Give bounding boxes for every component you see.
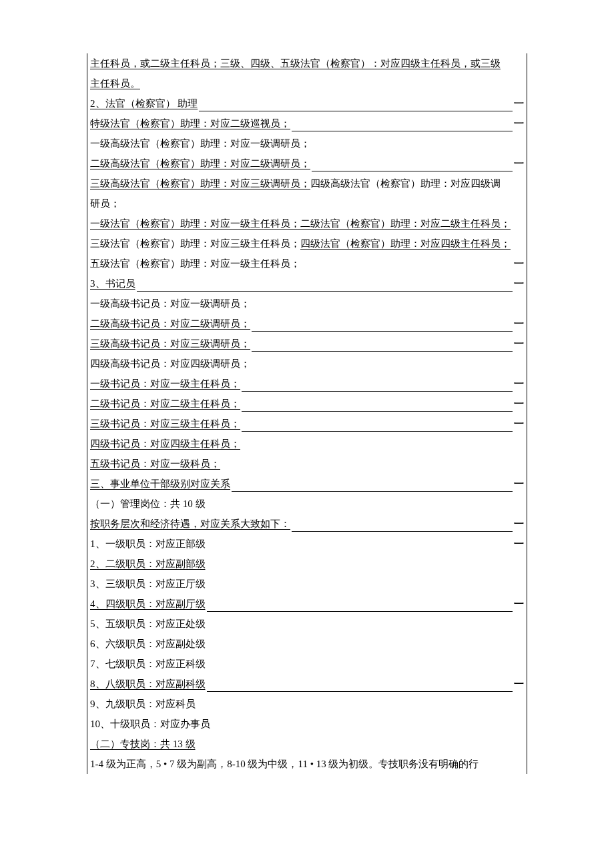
text-line: 一级书记员：对应一级主任科员；一	[90, 374, 524, 394]
line-text-suffix: 四级法官（检察官）助理：对应四级主任科员；	[300, 238, 511, 249]
text-line: 五级法官（检察官）助理：对应一级主任科员；一	[90, 254, 524, 274]
text-line: 按职务层次和经济待遇，对应关系大致如下：一	[90, 514, 524, 534]
text-line: 9、九级职员：对应科员	[90, 694, 524, 714]
line-text: 1、一级职员：对应正部级	[90, 534, 206, 554]
content-cell: 主任科员，或二级主任科员；三级、四级、五级法官（检察官）：对应四级主任科员，或三…	[87, 53, 527, 774]
text-line: （一）管理岗位：共 10 级	[90, 494, 524, 514]
text-line: 四级高级书记员：对应四级调研员；	[90, 354, 524, 374]
underline-fill	[312, 171, 513, 171]
text-line: 三级法官（检察官）助理：对应三级主任科员；四级法官（检察官）助理：对应四级主任科…	[90, 234, 524, 254]
underline-fill	[252, 351, 513, 352]
line-text: 五级法官（检察官）助理：对应一级主任科员；	[90, 254, 300, 274]
text-line: 三级高级法官（检察官）助理：对应三级调研员；四级高级法官（检察官）助理：对应四级…	[90, 173, 524, 193]
dash-mark: 一	[514, 674, 524, 694]
underline-fill	[207, 691, 513, 692]
line-text: 一级高级书记员：对应一级调研员；	[90, 298, 250, 309]
underline-fill	[242, 431, 513, 432]
text-line: 三级高级书记员：对应三级调研员；一	[90, 334, 524, 354]
underline-fill	[242, 411, 513, 412]
text-line: 主任科员，或二级主任科员；三级、四级、五级法官（检察官）：对应四级主任科员，或三…	[90, 53, 524, 73]
line-text-prefix: 三级高级法官（检察官）助理：对应三级调研员；	[90, 178, 310, 189]
dash-mark: 一	[514, 93, 524, 113]
line-text-suffix: 四级高级法官（检察官）助理：对应四级调	[310, 178, 501, 189]
line-text: 10、十级职员：对应办事员	[90, 719, 210, 729]
line-text: 特级法官（检察官）助理：对应二级巡视员；	[90, 113, 290, 133]
line-text: 一级书记员：对应一级主任科员；	[90, 374, 240, 394]
dash-mark: 一	[514, 113, 524, 133]
underline-fill	[207, 611, 513, 612]
underline-fill	[292, 131, 513, 131]
text-line: 4、四级职员：对应副厅级一	[90, 594, 524, 614]
text-line: 一级高级法官（检察官）助理：对应一级调研员；	[90, 133, 524, 153]
text-line: 5、五级职员：对应正处级	[90, 614, 524, 634]
dash-mark: 一	[514, 274, 524, 294]
line-text: 4、四级职员：对应副厅级	[90, 594, 206, 614]
dash-mark: 一	[514, 414, 524, 434]
dash-mark: 一	[514, 254, 524, 274]
line-text: 三级书记员：对应三级主任科员；	[90, 414, 240, 434]
text-line: 四级书记员：对应四级主任科员；	[90, 434, 524, 454]
line-text: 四级高级书记员：对应四级调研员；	[90, 358, 250, 369]
line-text: 四级书记员：对应四级主任科员；	[90, 438, 240, 449]
underline-fill	[252, 331, 513, 332]
underline-fill	[199, 111, 513, 111]
text-line: 3、三级职员：对应正厅级	[90, 574, 524, 594]
line-text: 7、七级职员：对应正科级	[90, 659, 206, 669]
line-text: 9、九级职员：对应科员	[90, 699, 196, 709]
line-text-prefix: 三级法官（检察官）助理：对应三级主任科员；	[90, 238, 300, 249]
line-text: 3、三级职员：对应正厅级	[90, 578, 206, 589]
text-line: 二级高级书记员：对应二级调研员；一	[90, 314, 524, 334]
line-text: 研员；	[90, 198, 120, 209]
text-line: （二）专技岗：共 13 级	[90, 734, 524, 754]
text-line: 主任科员。	[90, 73, 524, 93]
line-text: 主任科员。	[90, 78, 140, 89]
line-text: 2、法官（检察官） 助理	[90, 93, 198, 113]
line-text: 1-4 级为正高，5 • 7 级为副高，8-10 级为中级，11 • 13 级为…	[90, 759, 479, 769]
text-line: 3、书记员一	[90, 274, 524, 294]
underline-fill	[232, 491, 513, 492]
dash-mark: 一	[514, 374, 524, 394]
text-line: 2、法官（检察官） 助理一	[90, 93, 524, 113]
line-text: 6、六级职员：对应副处级	[90, 638, 206, 649]
text-line: 三级书记员：对应三级主任科员；一	[90, 414, 524, 434]
text-line: 五级书记员：对应一级科员；	[90, 454, 524, 474]
document-page: 主任科员，或二级主任科员；三级、四级、五级法官（检察官）：对应四级主任科员，或三…	[0, 53, 614, 774]
dash-mark: 一	[514, 394, 524, 414]
dash-mark: 一	[514, 153, 524, 173]
line-text: 主任科员，或二级主任科员；三级、四级、五级法官（检察官）：对应四级主任科员，或三…	[90, 58, 501, 69]
text-line: 6、六级职员：对应副处级	[90, 634, 524, 654]
line-text: 5、五级职员：对应正处级	[90, 618, 206, 629]
text-line: 一级高级书记员：对应一级调研员；	[90, 294, 524, 314]
line-text: 三、事业单位干部级别对应关系	[90, 474, 230, 494]
dash-mark: 一	[514, 334, 524, 354]
dash-mark: 一	[514, 314, 524, 334]
line-text: 8、八级职员：对应副科级	[90, 674, 206, 694]
line-text: 2、二级职员：对应副部级	[90, 558, 206, 569]
text-line: 二级高级法官（检察官）助理：对应二级调研员；一	[90, 153, 524, 173]
dash-mark: 一	[514, 594, 524, 614]
text-line: 1-4 级为正高，5 • 7 级为副高，8-10 级为中级，11 • 13 级为…	[90, 754, 524, 774]
underline-fill	[292, 531, 513, 532]
line-text: 3、书记员	[90, 274, 135, 294]
text-line: 三、事业单位干部级别对应关系一	[90, 474, 524, 494]
dash-mark: 一	[514, 534, 524, 554]
dash-mark: 一	[514, 514, 524, 534]
line-text: 一级高级法官（检察官）助理：对应一级调研员；	[90, 138, 310, 149]
text-line: 一级法官（检察官）助理：对应一级主任科员；二级法官（检察官）助理：对应二级主任科…	[90, 213, 524, 234]
dash-mark: 一	[514, 474, 524, 494]
line-text: （一）管理岗位：共 10 级	[90, 498, 206, 509]
line-text: （二）专技岗：共 13 级	[90, 739, 196, 749]
line-text: 一级法官（检察官）助理：对应一级主任科员；二级法官（检察官）助理：对应二级主任科…	[90, 218, 511, 229]
line-text: 三级高级书记员：对应三级调研员；	[90, 334, 250, 354]
text-line: 8、八级职员：对应副科级一	[90, 674, 524, 694]
text-line: 10、十级职员：对应办事员	[90, 714, 524, 734]
text-line: 1、一级职员：对应正部级一	[90, 534, 524, 554]
line-text: 五级书记员：对应一级科员；	[90, 458, 220, 469]
text-line: 7、七级职员：对应正科级	[90, 654, 524, 674]
underline-fill	[137, 291, 513, 292]
line-text: 二级高级法官（检察官）助理：对应二级调研员；	[90, 153, 310, 173]
line-text: 二级高级书记员：对应二级调研员；	[90, 314, 250, 334]
line-text: 二级书记员：对应二级主任科员；	[90, 394, 240, 414]
line-text: 按职务层次和经济待遇，对应关系大致如下：	[90, 514, 290, 534]
text-line: 二级书记员：对应二级主任科员；一	[90, 394, 524, 414]
